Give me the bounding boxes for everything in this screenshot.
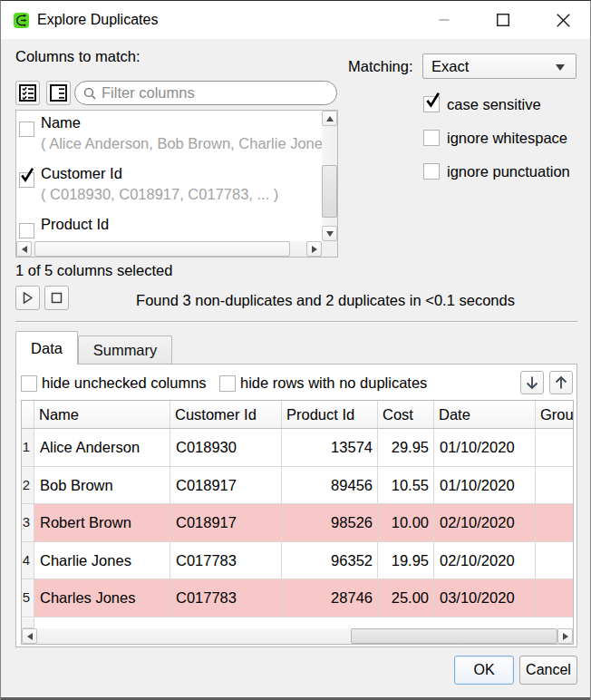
scroll-up-icon <box>326 116 334 122</box>
cell[interactable]: 89456 <box>282 467 378 505</box>
columns-list: Name( Alice Anderson, Bob Brown, Charlie… <box>15 110 338 258</box>
column-header-Product Id[interactable]: Product Id <box>282 401 378 428</box>
cell[interactable]: Bob Brown <box>34 467 170 505</box>
columns-selected-status: 1 of 5 columns selected <box>15 262 172 279</box>
table-row[interactable]: 4Charlie JonesC0177839635219.9502/10/202… <box>22 542 573 580</box>
cell[interactable]: Robert Brown <box>34 504 170 542</box>
cell[interactable]: 28746 <box>282 579 378 617</box>
cell[interactable]: C017783 <box>170 579 282 617</box>
column-header-row-number[interactable] <box>22 401 34 428</box>
cell[interactable] <box>536 542 574 580</box>
column-header-Cost[interactable]: Cost <box>378 401 434 428</box>
column-list-item[interactable]: Product Id <box>16 214 322 241</box>
cell[interactable] <box>536 429 574 467</box>
maximize-button[interactable] <box>482 1 524 39</box>
cell[interactable]: 01/10/2020 <box>434 429 536 467</box>
column-checkbox[interactable] <box>19 122 34 137</box>
cell[interactable]: 01/10/2020 <box>434 467 536 505</box>
list-scroll-up-button[interactable] <box>322 111 337 126</box>
filter-columns-input[interactable]: Filter columns <box>74 81 337 105</box>
cell[interactable]: 98526 <box>282 504 378 542</box>
previous-duplicate-button[interactable] <box>549 371 573 394</box>
matching-dropdown[interactable]: Exact <box>422 53 576 79</box>
cell[interactable]: C018930 <box>170 429 282 467</box>
cell[interactable]: 03/10/2020 <box>434 579 536 617</box>
column-checkbox[interactable] <box>19 223 34 238</box>
check-all-columns-button[interactable] <box>15 81 40 105</box>
uncheck-all-icon <box>50 84 67 102</box>
cancel-button[interactable]: Cancel <box>519 656 577 685</box>
cell[interactable]: 10.00 <box>378 504 434 542</box>
row-number[interactable]: 4 <box>22 542 34 580</box>
list-scroll-right-button[interactable] <box>306 241 322 257</box>
separator <box>15 321 577 323</box>
uncheck-all-columns-button[interactable] <box>46 81 71 105</box>
minimize-icon <box>439 15 450 25</box>
row-number[interactable]: 3 <box>22 504 34 542</box>
list-scroll-down-button[interactable] <box>322 226 337 241</box>
list-horizontal-scrollbar-thumb[interactable] <box>34 241 290 257</box>
hide-rows-no-duplicates-label: hide rows with no duplicates <box>240 374 427 392</box>
row-number[interactable]: 1 <box>22 429 34 467</box>
cell[interactable]: 02/10/2020 <box>434 504 536 542</box>
hide-rows-no-duplicates-checkbox[interactable] <box>219 375 236 392</box>
stop-button[interactable] <box>44 286 69 310</box>
play-icon <box>21 291 34 305</box>
cell[interactable]: 02/10/2020 <box>434 542 536 580</box>
titlebar: Explore Duplicates <box>1 1 590 39</box>
close-button[interactable] <box>542 1 584 39</box>
table-row[interactable]: 2Bob BrownC0189178945610.5501/10/2020 <box>22 467 573 505</box>
window-bottom-border <box>1 696 590 700</box>
table-horizontal-scrollbar-thumb[interactable] <box>351 628 557 644</box>
cell[interactable]: C017783 <box>170 542 282 580</box>
cell[interactable]: 19.95 <box>378 542 434 580</box>
row-number[interactable]: 5 <box>22 579 34 617</box>
minimize-button[interactable] <box>423 1 465 39</box>
table-row-duplicate[interactable]: 5Charles JonesC0177832874625.0003/10/202… <box>22 579 573 617</box>
next-duplicate-button[interactable] <box>520 371 544 394</box>
column-header-Customer Id[interactable]: Customer Id <box>170 401 282 428</box>
cell[interactable]: Charlie Jones <box>34 542 170 580</box>
cell[interactable] <box>536 579 574 617</box>
cell[interactable]: C018917 <box>170 467 282 505</box>
column-list-item[interactable]: Name( Alice Anderson, Bob Brown, Charlie… <box>16 112 322 163</box>
scroll-down-icon <box>326 231 334 237</box>
scroll-left-icon <box>22 246 27 253</box>
filter-placeholder: Filter columns <box>102 84 195 102</box>
case-sensitive-checkbox[interactable] <box>423 96 440 112</box>
ignore-whitespace-checkbox[interactable] <box>423 130 440 146</box>
cell[interactable]: C018917 <box>170 504 282 542</box>
ignore-punctuation-checkbox[interactable] <box>423 163 440 180</box>
ok-button[interactable]: OK <box>454 656 514 685</box>
cell[interactable]: 10.55 <box>378 467 434 505</box>
table-row-duplicate[interactable]: 3Robert BrownC0189179852610.0002/10/2020 <box>22 504 573 542</box>
list-scrollbar-corner <box>322 241 337 257</box>
found-status-text: Found 3 non-duplicates and 2 duplicates … <box>73 292 577 309</box>
list-vertical-scrollbar-thumb[interactable] <box>322 165 337 218</box>
cell[interactable]: 25.00 <box>378 579 434 617</box>
list-scroll-left-button[interactable] <box>16 241 32 257</box>
column-header-Name[interactable]: Name <box>34 401 170 428</box>
cell[interactable]: 13574 <box>282 429 378 467</box>
cell[interactable]: 29.95 <box>378 429 434 467</box>
option-label: case sensitive <box>447 95 541 113</box>
column-header-Date[interactable]: Date <box>434 401 536 428</box>
dropdown-arrow-icon <box>556 64 565 71</box>
column-list-item[interactable]: Customer Id( C018930, C018917, C017783, … <box>16 163 322 214</box>
cell[interactable] <box>536 504 574 542</box>
tab-summary[interactable]: Summary <box>78 335 172 365</box>
cell[interactable] <box>536 467 574 505</box>
table-row[interactable]: 1Alice AndersonC0189301357429.9501/10/20… <box>22 429 573 467</box>
column-checkbox[interactable] <box>19 172 34 188</box>
row-number[interactable]: 2 <box>22 467 34 505</box>
cell[interactable]: Alice Anderson <box>34 429 170 467</box>
column-header-Group[interactable]: Group <box>536 401 574 428</box>
cell[interactable]: Charles Jones <box>34 579 170 617</box>
table-scroll-left-button[interactable] <box>22 628 37 644</box>
tab-data[interactable]: Data <box>15 331 78 365</box>
run-button[interactable] <box>15 286 40 310</box>
columns-list-viewport[interactable]: Name( Alice Anderson, Bob Brown, Charlie… <box>16 111 322 241</box>
cell[interactable]: 96352 <box>282 542 378 580</box>
hide-unchecked-columns-checkbox[interactable] <box>21 375 37 392</box>
table-scroll-right-button[interactable] <box>557 628 573 644</box>
